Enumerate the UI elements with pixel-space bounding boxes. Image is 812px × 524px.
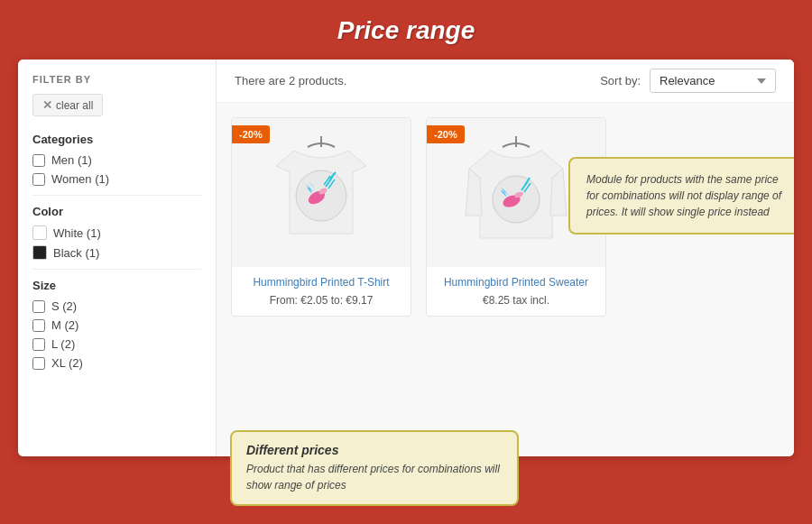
price-range-tshirt: From: €2.05 to: €9.17: [270, 294, 374, 307]
tooltip-left: Different prices Product that has differ…: [230, 430, 519, 506]
sort-label: Sort by:: [600, 74, 641, 87]
discount-badge-sweater: -20%: [427, 125, 465, 143]
products-grid: -20%: [217, 103, 794, 331]
checkbox-l[interactable]: [32, 338, 45, 351]
product-name-tshirt: Hummingbird Printed T-Shirt: [241, 276, 401, 289]
x-icon: ✕: [42, 98, 52, 112]
discount-badge-tshirt: -20%: [232, 125, 270, 143]
checkbox-xl[interactable]: [32, 357, 45, 370]
color-title: Color: [32, 205, 201, 218]
product-card-tshirt[interactable]: -20%: [231, 117, 411, 317]
m-label: M (2): [51, 318, 78, 332]
divider-2: [32, 269, 201, 270]
main-container: FILTER BY ✕ clear all Categories Men (1)…: [18, 60, 794, 456]
sweater-illustration: [462, 134, 570, 252]
filter-women[interactable]: Women (1): [32, 172, 201, 186]
size-title: Size: [32, 279, 201, 292]
filter-men[interactable]: Men (1): [32, 153, 201, 167]
women-label: Women (1): [51, 172, 109, 186]
filter-xl[interactable]: XL (2): [32, 356, 201, 370]
filter-black[interactable]: Black (1): [32, 245, 201, 260]
white-swatch: [32, 225, 47, 240]
divider-1: [32, 195, 201, 196]
black-swatch: [32, 245, 47, 260]
tooltip-left-title: Different prices: [246, 443, 503, 457]
l-label: L (2): [51, 337, 75, 351]
price-single-sweater: €8.25 tax incl.: [483, 294, 549, 307]
top-bar: There are 2 products. Sort by: Relevance…: [217, 60, 794, 103]
checkbox-women[interactable]: [32, 173, 45, 186]
filter-m[interactable]: M (2): [32, 318, 201, 332]
s-label: S (2): [51, 299, 77, 313]
product-info-tshirt: Hummingbird Printed T-Shirt From: €2.05 …: [232, 267, 411, 316]
clear-all-label: clear all: [56, 99, 93, 112]
filter-by-label: FILTER BY: [32, 74, 201, 85]
tshirt-illustration: [267, 134, 375, 252]
tooltip-right: Module for products with the same price …: [568, 157, 794, 234]
product-price-tshirt: From: €2.05 to: €9.17: [241, 294, 401, 307]
product-price-sweater: €8.25 tax incl.: [436, 294, 596, 307]
filter-white[interactable]: White (1): [32, 225, 201, 240]
checkbox-m[interactable]: [32, 319, 45, 332]
product-image-tshirt: -20%: [232, 118, 411, 267]
white-label: White (1): [53, 226, 101, 240]
filter-s[interactable]: S (2): [32, 299, 201, 313]
product-info-sweater: Hummingbird Printed Sweater €8.25 tax in…: [427, 267, 605, 316]
tooltip-left-text: Product that has different prices for co…: [246, 461, 503, 493]
tooltip-right-text: Module for products with the same price …: [586, 171, 785, 220]
clear-all-button[interactable]: ✕ clear all: [32, 94, 103, 116]
checkbox-men[interactable]: [32, 154, 45, 167]
filter-l[interactable]: L (2): [32, 337, 201, 351]
page-title: Price range: [0, 0, 812, 60]
men-label: Men (1): [51, 153, 92, 167]
main-content: There are 2 products. Sort by: Relevance…: [217, 60, 794, 456]
black-label: Black (1): [53, 246, 99, 260]
products-count: There are 2 products.: [235, 74, 346, 87]
checkbox-s[interactable]: [32, 300, 45, 313]
sort-select[interactable]: Relevance Name, A to Z Name, Z to A Pric…: [650, 69, 776, 93]
xl-label: XL (2): [51, 356, 83, 370]
sidebar: FILTER BY ✕ clear all Categories Men (1)…: [18, 60, 217, 456]
product-name-sweater: Hummingbird Printed Sweater: [436, 276, 596, 289]
sort-bar: Sort by: Relevance Name, A to Z Name, Z …: [600, 69, 776, 93]
categories-title: Categories: [32, 133, 201, 146]
